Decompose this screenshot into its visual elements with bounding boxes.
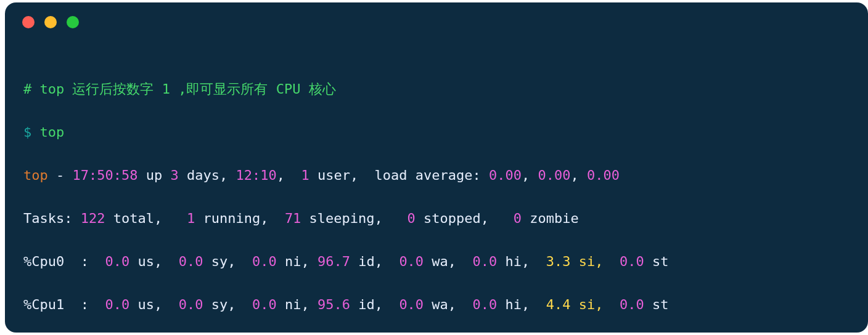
cpu1-line: %Cpu1 : 0.0 us, 0.0 sy, 0.0 ni, 95.6 id,…: [23, 294, 850, 315]
comma: ,: [522, 168, 538, 183]
cpu0-hi: 0.0: [473, 254, 497, 269]
w: sy,: [203, 254, 252, 269]
users-count: 1: [301, 168, 309, 183]
tasks-running: 1: [187, 211, 195, 226]
terminal-output: # top 运行后按数字 1 ,即可显示所有 CPU 核心 $ top top …: [5, 2, 868, 335]
cpu0-ni: 0.0: [252, 254, 277, 269]
tasks-running-word: running,: [195, 211, 285, 226]
loadavg-2: 0.00: [538, 168, 571, 183]
tasks-line: Tasks: 122 total, 1 running, 71 sleeping…: [23, 208, 850, 229]
tasks-total-word: total,: [105, 211, 186, 226]
w: ni,: [277, 254, 317, 269]
cpu1-ni: 0.0: [252, 297, 277, 312]
cpu1-sy: 0.0: [179, 297, 203, 312]
cpu1-id: 95.6: [317, 297, 350, 312]
cpu0-si: 3.3: [546, 254, 571, 269]
loadavg-3: 0.00: [587, 168, 620, 183]
w: si,: [571, 254, 620, 269]
comment-text: # top 运行后按数字 1 ,即可显示所有 CPU 核心: [23, 81, 336, 97]
tasks-zombie: 0: [514, 211, 522, 226]
cpu0-us: 0.0: [105, 254, 129, 269]
w: st: [644, 254, 669, 269]
sep: ,: [277, 168, 301, 183]
w: ni,: [277, 297, 317, 312]
prompt-dollar: $: [23, 124, 31, 140]
up-days: 3: [170, 168, 178, 183]
days-word: days,: [179, 168, 236, 183]
tasks-stopped-word: stopped,: [416, 211, 514, 226]
cpu0-sy: 0.0: [179, 254, 203, 269]
top-status-line: top - 17:50:58 up 3 days, 12:10, 1 user,…: [23, 164, 850, 186]
dash: -: [48, 168, 73, 183]
command-text: top: [40, 124, 65, 140]
up-word: up: [137, 168, 170, 183]
comma: ,: [571, 168, 588, 183]
tasks-total: 122: [81, 211, 105, 226]
w: wa,: [424, 297, 472, 312]
cpu1-wa: 0.0: [399, 297, 424, 312]
w: wa,: [424, 254, 472, 269]
users-word: user, load average:: [309, 168, 489, 183]
tasks-stopped: 0: [407, 211, 416, 226]
w: si,: [571, 297, 620, 312]
close-icon[interactable]: [22, 16, 35, 28]
cpu1-us: 0.0: [105, 297, 129, 312]
w: st: [644, 297, 669, 312]
w: us,: [129, 254, 178, 269]
tasks-sleeping: 71: [285, 211, 301, 226]
tasks-sleeping-word: sleeping,: [301, 211, 407, 226]
comment-line: # top 运行后按数字 1 ,即可显示所有 CPU 核心: [23, 78, 850, 100]
clock: 17:50:58: [73, 168, 138, 183]
cpu0-wa: 0.0: [399, 254, 424, 269]
cpu1-hi: 0.0: [473, 297, 497, 312]
cpu1-label: %Cpu1 :: [23, 297, 105, 312]
uptime-hm: 12:10: [235, 168, 276, 183]
prompt-line[interactable]: $ top: [23, 121, 850, 143]
cpu1-si: 4.4: [546, 297, 571, 312]
zoom-icon[interactable]: [67, 16, 79, 28]
cpu0-label: %Cpu0 :: [23, 254, 105, 269]
terminal-window: # top 运行后按数字 1 ,即可显示所有 CPU 核心 $ top top …: [5, 2, 868, 333]
w: hi,: [497, 297, 546, 312]
cpu0-line: %Cpu0 : 0.0 us, 0.0 sy, 0.0 ni, 96.7 id,…: [23, 251, 850, 272]
w: id,: [350, 254, 399, 269]
w: id,: [350, 297, 399, 312]
tasks-label: Tasks:: [23, 211, 81, 226]
w: sy,: [203, 297, 252, 312]
cpu1-st: 0.0: [620, 297, 644, 312]
w: us,: [129, 297, 178, 312]
window-controls: [22, 16, 79, 28]
tasks-zombie-word: zombie: [522, 211, 579, 226]
top-label: top: [23, 168, 48, 183]
minimize-icon[interactable]: [44, 16, 57, 28]
cpu0-st: 0.0: [620, 254, 644, 269]
w: hi,: [497, 254, 546, 269]
cpu0-id: 96.7: [317, 254, 350, 269]
loadavg-1: 0.00: [489, 168, 522, 183]
